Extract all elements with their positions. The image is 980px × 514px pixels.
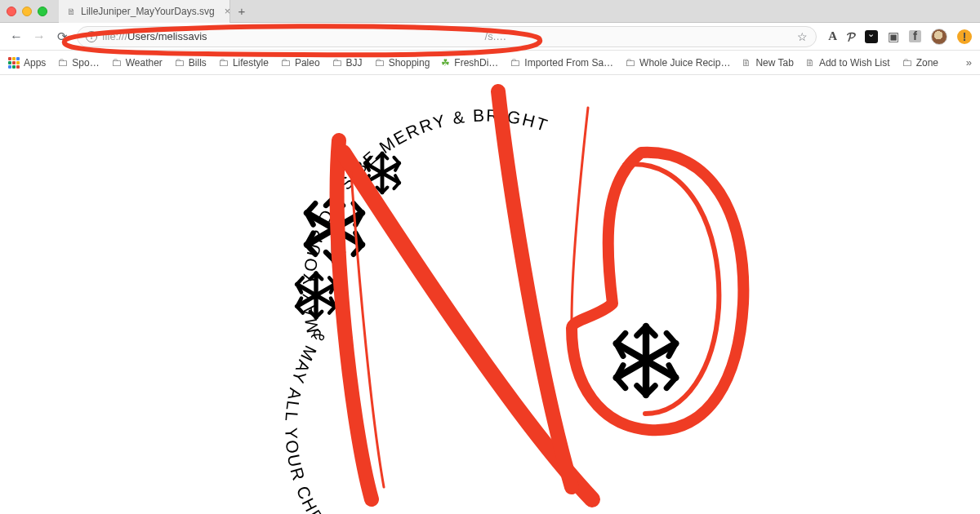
bookmark-item[interactable]: 🗀Shopping <box>374 56 430 69</box>
bookmark-item[interactable]: 🗀Imported From Sa… <box>510 56 613 69</box>
bookmarks-overflow-chevron-icon[interactable]: » <box>966 56 972 69</box>
folder-icon: 🗀 <box>57 56 68 69</box>
svg-document: MAY YOUR DAYS BE MERRY & BRIGHT & MAY AL… <box>0 75 980 514</box>
folder-icon: 🗀 <box>510 56 520 69</box>
folder-icon: 🗀 <box>174 56 185 69</box>
bookmark-item[interactable]: 🗀BJJ <box>332 56 363 69</box>
font-extension-icon[interactable]: A <box>828 29 837 43</box>
extension-icons: A 𝓟 ▣ f ! <box>823 29 972 45</box>
window-titlebar: 🗎 LilleJuniper_MayYourDays.svg × + <box>0 0 980 23</box>
snowflake-icon <box>365 153 399 193</box>
bookmark-item[interactable]: ☘FreshDi… <box>441 57 498 69</box>
page-icon: 🗎 <box>805 57 815 69</box>
bookmarks-bar: Apps 🗀Spo… 🗀Weather 🗀Bills 🗀Lifestyle 🗀P… <box>0 51 980 75</box>
folder-icon: 🗀 <box>902 56 912 69</box>
forward-button[interactable]: → <box>31 29 47 44</box>
leaf-icon: ☘ <box>441 57 450 69</box>
facebook-icon[interactable]: f <box>909 30 921 42</box>
browser-toolbar: ← → ⟳ i file:///Users/melissavis/s.… ☆ A… <box>0 23 980 51</box>
bookmark-item[interactable]: 🗀Paleo <box>280 56 320 69</box>
page-viewport: MAY YOUR DAYS BE MERRY & BRIGHT & MAY AL… <box>0 75 980 514</box>
bookmark-star-icon[interactable]: ☆ <box>797 30 808 43</box>
folder-icon: 🗀 <box>280 56 291 69</box>
folder-icon: 🗀 <box>625 56 635 69</box>
folder-icon: 🗀 <box>332 56 342 69</box>
bookmark-item[interactable]: 🗀Zone <box>902 56 938 69</box>
reload-button[interactable]: ⟳ <box>54 29 70 44</box>
bookmark-item[interactable]: 🗀Spo… <box>57 56 99 69</box>
page-icon: 🗎 <box>742 57 751 69</box>
url-text: file:///Users/melissavis/s.… <box>102 30 792 42</box>
bookmark-item[interactable]: 🗎Add to Wish List <box>805 57 890 69</box>
pocket-icon[interactable] <box>865 30 878 43</box>
folder-icon: 🗀 <box>374 56 385 69</box>
bookmark-item[interactable]: 🗀Lifestyle <box>218 56 269 69</box>
snowflake-icon <box>617 326 676 395</box>
address-bar[interactable]: i file:///Users/melissavis/s.… ☆ <box>77 26 817 47</box>
folder-icon: 🗀 <box>218 56 229 69</box>
close-window-button[interactable] <box>7 7 16 16</box>
fullscreen-window-button[interactable] <box>38 7 47 16</box>
bookmark-item[interactable]: 🗀Weather <box>111 56 163 69</box>
bookmark-item[interactable]: 🗎New Tab <box>742 57 793 69</box>
tab-title: LilleJuniper_MayYourDays.svg <box>81 6 215 17</box>
folder-icon: 🗀 <box>111 56 122 69</box>
apps-grid-icon <box>8 57 20 69</box>
svg-bottom-arc-text: & MAY ALL YOUR CHRISTMASES BE WHITE <box>282 326 492 514</box>
apps-label: Apps <box>24 57 46 69</box>
new-tab-button[interactable]: + <box>230 4 253 18</box>
minimize-window-button[interactable] <box>22 7 32 16</box>
page-icon: 🗎 <box>67 7 76 16</box>
bookmark-item[interactable]: 🗀Bills <box>174 56 207 69</box>
pinterest-icon[interactable]: 𝓟 <box>847 29 855 44</box>
apps-button[interactable]: Apps <box>8 57 46 69</box>
site-info-icon[interactable]: i <box>86 31 97 42</box>
alert-badge-icon[interactable]: ! <box>957 29 972 44</box>
bookmark-item[interactable]: 🗀Whole Juice Recip… <box>625 56 730 69</box>
browser-tab[interactable]: 🗎 LilleJuniper_MayYourDays.svg × <box>59 0 230 23</box>
traffic-lights <box>7 7 47 16</box>
camera-icon[interactable]: ▣ <box>888 29 899 44</box>
back-button[interactable]: ← <box>8 29 24 44</box>
profile-avatar[interactable] <box>931 29 947 45</box>
